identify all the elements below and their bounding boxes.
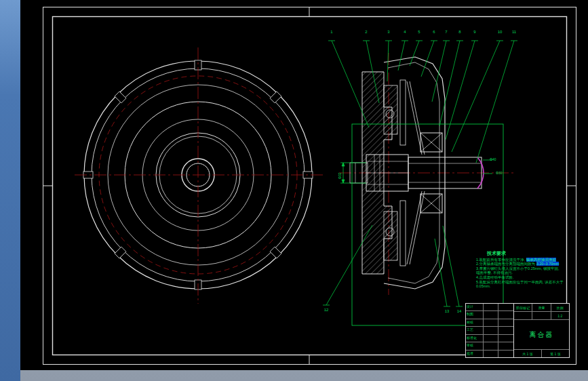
dimension-label: Φ32 <box>338 172 342 179</box>
callout-number: 8 <box>458 30 460 34</box>
callout-number: 11 <box>512 30 516 34</box>
title-block-cell: 设计 <box>466 304 484 310</box>
callout-number: 5 <box>418 30 420 34</box>
sheet-number: 第 1 张 <box>542 350 569 357</box>
left-panel-strip <box>0 0 20 381</box>
title-block: 设计制图校核工艺标准化审核批准 阶段标记 质量 比例 1:2 离合器 共 1 张… <box>465 303 570 358</box>
callout-number: 10 <box>498 30 503 34</box>
tech-req-line: 1.装配前所有零件应清洗干净, 轴承内腔涂润滑脂 <box>476 258 572 262</box>
title-block-cell <box>498 319 513 326</box>
tech-req-lines: 1.装配前所有零件应清洗干净, 轴承内腔涂润滑脂2.分离轴承端面与分离指端面间隙… <box>476 258 572 289</box>
title-block-cell <box>484 327 498 334</box>
page: 技术要求 1.装配前所有零件应清洗干净, 轴承内腔涂润滑脂2.分离轴承端面与分离… <box>0 0 588 381</box>
title-block-cell <box>498 350 513 357</box>
title-block-cell: 工艺 <box>466 327 484 334</box>
dimension-label: Φ30 <box>496 171 503 175</box>
title-block-cell: 审核 <box>466 342 484 349</box>
callout-number: 14 <box>457 309 462 313</box>
callout-number: 7 <box>445 30 447 34</box>
title-block-row: 制图 <box>466 311 513 319</box>
title-block-row: 设计 <box>466 304 513 311</box>
title-block-row: 标准化 <box>466 335 513 342</box>
title-block-cell <box>498 311 513 318</box>
title-block-cell <box>498 304 513 310</box>
dimension-label: Φ40 <box>490 157 496 161</box>
technical-requirements: 技术要求 1.装配前所有零件应清洗干净, 轴承内腔涂润滑脂2.分离轴承端面与分离… <box>476 252 572 289</box>
title-block-cell <box>484 311 498 318</box>
scale-value: 1:2 <box>551 312 569 319</box>
mass-label: 质量 <box>532 304 551 311</box>
title-block-cell <box>484 335 498 342</box>
scale-label: 比例 <box>551 304 569 311</box>
callout-number: 1 <box>330 30 332 34</box>
title-block-cell: 制图 <box>466 311 484 318</box>
tech-req-title: 技术要求 <box>487 252 572 256</box>
title-block-row: 审核 <box>466 342 513 350</box>
title-block-cell <box>498 327 513 334</box>
stage-label: 阶段标记 <box>514 304 532 311</box>
callout-number: 13 <box>445 309 450 313</box>
title-block-cell <box>484 304 498 310</box>
title-block-row: 批准 <box>466 350 513 357</box>
callout-number: 2 <box>365 30 367 34</box>
title-block-cell: 标准化 <box>466 335 484 342</box>
title-block-right: 阶段标记 质量 比例 1:2 离合器 共 1 张 第 1 张 <box>514 304 569 357</box>
tech-req-line: 4.总成需经动平衡试验. <box>476 275 572 280</box>
title-block-cell <box>484 350 498 357</box>
callout-number: 6 <box>433 30 435 34</box>
tech-req-line: 5.装配后分离杠杆端面应位于同一平面内, 误差不大于0.05mm. <box>476 280 572 289</box>
callout-number: 12 <box>324 308 329 312</box>
title-block-cell <box>484 342 498 349</box>
title-block-cell: 批准 <box>466 350 484 357</box>
title-block-row: 工艺 <box>466 327 513 334</box>
title-block-row: 校核 <box>466 319 513 327</box>
tech-req-line: 2.分离轴承端面与分离指端面间隙为 3.20~3.70mm <box>476 262 572 266</box>
part-name: 离合器 <box>514 320 569 350</box>
callout-number: 4 <box>404 30 406 34</box>
tech-req-line: 端面平整, 不得有油污. <box>476 270 572 275</box>
stage-value <box>514 312 532 319</box>
title-block-cell <box>498 335 513 342</box>
sheet-total: 共 1 张 <box>514 350 542 357</box>
title-block-left-grid: 设计制图校核工艺标准化审核批准 <box>466 304 514 357</box>
mass-value <box>532 312 551 319</box>
title-block-cell: 校核 <box>466 319 484 326</box>
tech-req-line: 3.摩擦片铆钉头埋入深度不小于0.25mm, 铆接牢固, <box>476 266 572 271</box>
callout-number: 3 <box>387 30 389 34</box>
title-block-cell <box>484 319 498 326</box>
title-block-cell <box>498 342 513 349</box>
callout-number: 9 <box>473 30 475 34</box>
